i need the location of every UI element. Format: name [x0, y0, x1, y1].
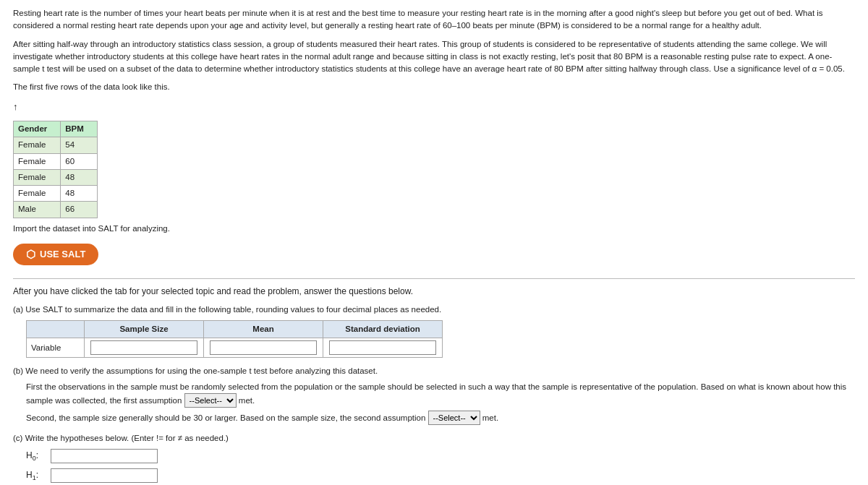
- table-cell: Female: [14, 137, 61, 153]
- table-row: Female48: [14, 186, 98, 202]
- h0-input[interactable]: [51, 449, 158, 463]
- question-b-line2: Second, the sample size generally should…: [26, 411, 855, 425]
- table-cell: Female: [14, 169, 61, 185]
- b-line1-end: met.: [239, 396, 255, 405]
- question-a-text: Use SALT to summarize the data and fill …: [25, 305, 441, 314]
- table-row: Female60: [14, 153, 98, 169]
- table-cell: 66: [61, 202, 98, 218]
- summary-col-empty: [27, 321, 85, 338]
- hypothesis-h0-row: H0:: [26, 449, 855, 464]
- summary-col-samplesize: Sample Size: [85, 321, 204, 338]
- question-b-intro: (b) We need to verify the assumptions fo…: [13, 365, 855, 377]
- data-table: Gender BPM Female54Female60Female48Femal…: [13, 121, 98, 218]
- summary-stddev-input-cell[interactable]: [323, 338, 443, 358]
- table-intro-text: The first five rows of the data look lik…: [13, 81, 855, 93]
- table-row: Female54: [14, 137, 98, 153]
- table-row: Female48: [14, 169, 98, 185]
- table-cell: 60: [61, 153, 98, 169]
- b-select1[interactable]: --Select-- is is not: [184, 393, 237, 408]
- table-cell: Female: [14, 153, 61, 169]
- import-text: Import the dataset into SALT for analyzi…: [13, 223, 855, 235]
- col-header-bpm: BPM: [61, 121, 98, 137]
- data-table-section: Gender BPM Female54Female60Female48Femal…: [13, 121, 855, 218]
- h1-label: H1:: [26, 468, 46, 484]
- summary-col-stddev: Standard deviation: [323, 321, 443, 338]
- table-cell: 54: [61, 137, 98, 153]
- salt-icon: ⬡: [26, 248, 35, 261]
- intro-para1: Resting heart rate is the number of time…: [13, 7, 855, 33]
- table-cell: Male: [14, 202, 61, 218]
- table-cell: 48: [61, 186, 98, 202]
- question-b-line1: First the observations in the sample mus…: [26, 381, 855, 408]
- question-c-intro: (c) Write the hypotheses below. (Enter !…: [13, 432, 855, 445]
- question-b-text: We need to verify the assumptions for us…: [25, 366, 378, 375]
- intro-para2: After sitting half-way through an introd…: [13, 38, 855, 76]
- table-cell: 48: [61, 169, 98, 185]
- h0-label: H0:: [26, 449, 46, 464]
- b-select2[interactable]: --Select-- is is not: [428, 411, 480, 425]
- summary-samplesize-input[interactable]: [90, 340, 197, 355]
- question-c-text: Write the hypotheses below. (Enter != fo…: [25, 434, 229, 442]
- use-salt-label: USE SALT: [40, 249, 85, 259]
- b-line2-end: met.: [482, 413, 498, 422]
- question-a-block: (a) Use SALT to summarize the data and f…: [13, 304, 855, 359]
- summary-table: Sample Size Mean Standard deviation Vari…: [26, 320, 443, 358]
- summary-col-mean: Mean: [204, 321, 323, 338]
- question-a-label: (a) Use SALT to summarize the data and f…: [13, 304, 855, 316]
- summary-mean-input-cell[interactable]: [204, 338, 323, 358]
- use-salt-button[interactable]: ⬡ USE SALT: [13, 244, 98, 265]
- questions-header: After you have clicked the tab for your …: [13, 285, 855, 298]
- summary-samplesize-input-cell[interactable]: [85, 338, 204, 358]
- table-cell: Female: [14, 186, 61, 202]
- h1-input[interactable]: [51, 468, 158, 483]
- col-header-gender: Gender: [14, 121, 61, 137]
- b-line2-text: Second, the sample size generally should…: [26, 413, 428, 422]
- summary-row-label: Variable: [27, 338, 85, 358]
- summary-mean-input[interactable]: [210, 340, 317, 355]
- question-c-block: (c) Write the hypotheses below. (Enter !…: [13, 432, 855, 484]
- summary-stddev-input[interactable]: [329, 340, 436, 355]
- section-divider: [13, 278, 855, 279]
- hypothesis-h1-row: H1:: [26, 468, 855, 484]
- b-line1-text: First the observations in the sample mus…: [26, 382, 846, 405]
- table-row: Male66: [14, 202, 98, 218]
- question-b-block: (b) We need to verify the assumptions fo…: [13, 365, 855, 425]
- cursor-indicator: ↑: [13, 100, 855, 114]
